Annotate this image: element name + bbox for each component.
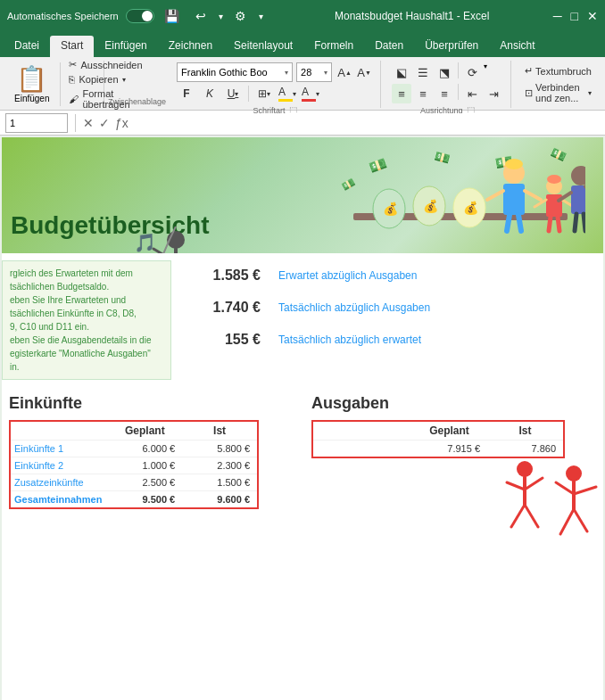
- decrease-font-button[interactable]: A▼: [355, 62, 373, 82]
- svg-rect-21: [546, 194, 562, 217]
- align-sep2: [458, 84, 459, 100]
- confirm-formula-icon[interactable]: ✓: [99, 116, 110, 130]
- align-row1: ⬕ ☰ ⬔ ⟳ ▾: [392, 62, 503, 82]
- svg-text:🎵: 🎵: [134, 232, 156, 253]
- font-size-dropdown[interactable]: 28 ▾: [296, 62, 332, 82]
- undo-icon[interactable]: ↩: [190, 5, 211, 27]
- svg-line-43: [511, 505, 525, 527]
- ausgaben-label-0: [313, 443, 411, 454]
- tab-ueberpruefen[interactable]: Überprüfen: [414, 36, 489, 57]
- highlight-button[interactable]: A ▾: [278, 84, 297, 103]
- amount-row-2: 155 € Tatsächlich abzüglich erwartet: [189, 332, 585, 348]
- merge-icon: ⊡: [525, 87, 533, 99]
- insert-function-icon[interactable]: ƒx: [115, 116, 128, 130]
- font-color-button[interactable]: A ▾: [301, 84, 320, 103]
- font-dropdown-arrow: ▾: [285, 69, 288, 77]
- maximize-icon[interactable]: □: [571, 9, 578, 23]
- title-bar-left: Automatisches Speichern 💾 ↩ ▾ ⚙ ▾: [7, 5, 271, 27]
- cancel-formula-icon[interactable]: ✕: [83, 116, 94, 130]
- tab-zeichnen[interactable]: Zeichnen: [158, 36, 223, 57]
- svg-text:💰: 💰: [383, 202, 399, 217]
- info-line3: eben Sie Ihre Erwarteten und: [10, 293, 163, 307]
- autosave-toggle[interactable]: [126, 9, 154, 23]
- einkunfte-row-2: Zusatzeinkünfte 2.500 € 1.500 €: [11, 474, 257, 490]
- formula-icons: ✕ ✓ ƒx: [83, 116, 128, 130]
- ausgaben-header: Geplant Ist: [313, 422, 563, 440]
- svg-point-45: [566, 465, 582, 482]
- underline-button[interactable]: U ▾: [223, 84, 243, 103]
- font-color-icon: A: [302, 86, 309, 98]
- copy-icon: ⎘: [69, 74, 75, 85]
- align-row2: ≡ ≡ ≡ ⇤ ⇥: [392, 84, 503, 103]
- tab-formeln[interactable]: Formeln: [303, 36, 364, 57]
- tab-daten[interactable]: Daten: [364, 36, 414, 57]
- customize-icon[interactable]: ⚙: [230, 5, 252, 27]
- window-controls: ─ □ ✕: [553, 9, 598, 23]
- save-icon[interactable]: 💾: [162, 5, 183, 27]
- ausgaben-planned-0: 7.915 €: [411, 443, 487, 454]
- einkunfte-row-0: Einkünfte 1 6.000 € 5.800 €: [11, 440, 257, 457]
- window-title: Monatsbudget Haushalt1 - Excel: [280, 10, 544, 22]
- zwischenablage-label: Zwischenablage: [108, 97, 166, 106]
- textumbruch-button[interactable]: ↵ Textumbruch: [522, 63, 594, 78]
- amount-value-0: 1.585 €: [189, 268, 261, 284]
- einkunfte-planned-0: 6.000 €: [107, 443, 182, 454]
- ausgaben-row-0: 7.915 € 7.860: [313, 440, 563, 457]
- einkunfte-label-0: Einkünfte 1: [11, 443, 107, 454]
- indent-decrease-button[interactable]: ⇤: [462, 84, 482, 103]
- align-top-left-button[interactable]: ⬕: [392, 62, 411, 82]
- minimize-icon[interactable]: ─: [553, 9, 562, 23]
- amounts-section: 1.585 € Erwartet abzüglich Ausgaben 1.74…: [171, 260, 603, 380]
- dancing-figures-icon: [498, 456, 603, 545]
- einkunfte-total-label: Gesamteinnahmen: [11, 494, 107, 505]
- fmt-separator: [248, 86, 249, 102]
- header-image: Budgetübersicht 💰 💰 💰 💵 💵 💵 💵: [2, 137, 603, 253]
- formula-input[interactable]: [132, 113, 600, 133]
- einkunfte-title: Einkünfte: [9, 394, 294, 413]
- ausgaben-title: Ausgaben: [311, 394, 596, 413]
- align-top-right-button[interactable]: ⬔: [435, 62, 454, 82]
- scissors-icon: ✂: [69, 59, 77, 70]
- einkunfte-planned-1: 1.000 €: [107, 460, 182, 471]
- close-icon[interactable]: ✕: [587, 9, 598, 23]
- align-center-button[interactable]: ≡: [413, 84, 433, 103]
- svg-line-48: [574, 487, 596, 494]
- borders-button[interactable]: ⊞ ▾: [254, 84, 274, 103]
- amount-value-1: 1.740 €: [189, 300, 261, 316]
- formula-divider: [75, 114, 76, 132]
- italic-button[interactable]: K: [200, 84, 220, 103]
- tab-seitenlayout[interactable]: Seitenlayout: [223, 36, 303, 57]
- align-left-button[interactable]: ≡: [392, 84, 411, 103]
- indent-increase-button[interactable]: ⇥: [484, 84, 503, 103]
- ausgaben-col-ist: Ist: [487, 424, 563, 437]
- increase-font-button[interactable]: A▲: [336, 62, 353, 82]
- amount-row-0: 1.585 € Erwartet abzüglich Ausgaben: [189, 268, 585, 284]
- font-name-dropdown[interactable]: Franklin Gothic Boo ▾: [177, 62, 293, 82]
- name-box[interactable]: 1: [5, 113, 68, 133]
- einkunfte-col-ist: Ist: [182, 424, 257, 437]
- size-dropdown-arrow: ▾: [324, 69, 327, 77]
- align-right-button[interactable]: ≡: [435, 84, 454, 103]
- textumbruch-label: Textumbruch: [535, 66, 592, 77]
- einkunfte-label-2: Zusatzeinkünfte: [11, 477, 107, 488]
- orientation-button[interactable]: ⟳: [462, 62, 482, 82]
- tab-datei[interactable]: Datei: [4, 36, 50, 57]
- einkunfte-row-1: Einkünfte 2 1.000 € 2.300 €: [11, 457, 257, 474]
- tab-ansicht[interactable]: Ansicht: [489, 36, 545, 57]
- tab-start[interactable]: Start: [50, 36, 94, 57]
- merge-button[interactable]: ⊡ Verbinden und zen... ▾: [522, 80, 594, 105]
- font-size-buttons: A▲ A▼: [336, 62, 373, 82]
- ausgaben-col-empty: [313, 424, 411, 437]
- bold-button[interactable]: F: [177, 84, 196, 103]
- ausgaben-col-geplant: Geplant: [411, 424, 487, 437]
- paste-button[interactable]: 📋 Einfügen: [9, 62, 54, 105]
- ribbon-tabs: Datei Start Einfügen Zeichnen Seitenlayo…: [0, 32, 605, 57]
- info-line5: 9, C10 und D11 ein.: [10, 320, 163, 334]
- tab-einfuegen[interactable]: Einfügen: [94, 36, 157, 57]
- font-row1: Franklin Gothic Boo ▾ 28 ▾ A▲ A▼: [177, 62, 373, 82]
- info-line1: rgleich des Erwarteten mit dem: [10, 267, 163, 280]
- einkunfte-col-empty: [11, 424, 107, 437]
- svg-line-42: [525, 478, 543, 490]
- format-icon: 🖌: [69, 94, 79, 104]
- align-top-center-button[interactable]: ☰: [413, 62, 433, 82]
